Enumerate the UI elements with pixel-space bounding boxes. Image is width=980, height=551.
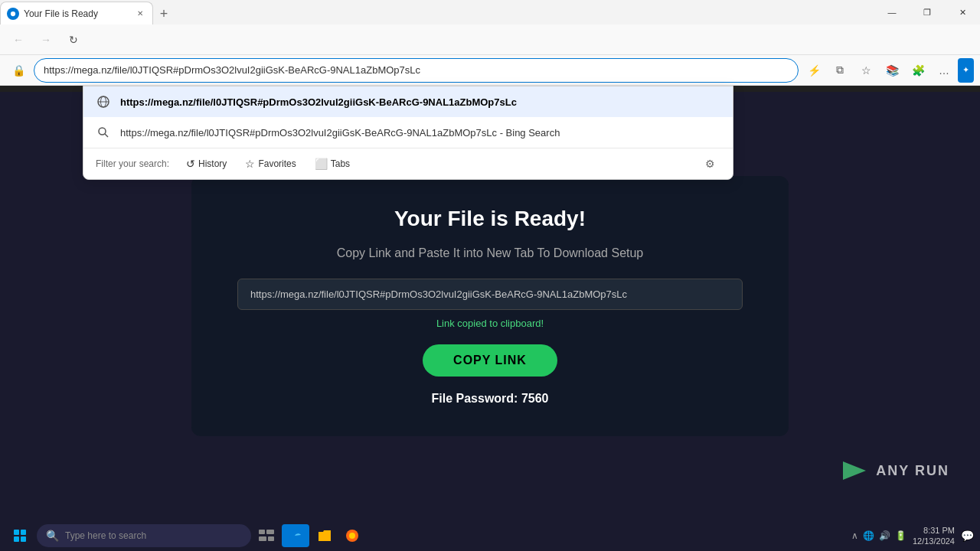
svg-rect-8 bbox=[266, 530, 274, 534]
chevron-up-icon[interactable]: ∧ bbox=[851, 530, 858, 541]
taskbar-search-text: Type here to search bbox=[65, 530, 146, 541]
search-icon bbox=[96, 125, 111, 140]
dropdown-item-search-text: https://mega.nz/file/l0JTIQSR#pDrmOs3O2l… bbox=[120, 127, 720, 139]
file-explorer-button[interactable] bbox=[312, 523, 337, 548]
network-icon: 🌐 bbox=[863, 530, 874, 541]
nav-toolbar: ← → ↻ bbox=[0, 24, 980, 55]
systray: ∧ 🌐 🔊 🔋 8:31 PM 12/13/2024 💬 bbox=[851, 525, 974, 547]
browser-essentials-button[interactable]: ⚡ bbox=[802, 58, 826, 83]
active-tab[interactable]: Your File is Ready ✕ bbox=[0, 2, 153, 24]
filter-settings-button[interactable]: ⚙ bbox=[699, 153, 720, 174]
edge-taskbar-button[interactable] bbox=[282, 524, 309, 547]
tab-close-button[interactable]: ✕ bbox=[134, 8, 146, 20]
address-bar-row: 🔒 https://mega.nz/file/l0JTIQSR#pDrmOs3O… bbox=[0, 55, 980, 86]
settings-more-button[interactable]: … bbox=[932, 58, 956, 83]
favorites-label: Favorites bbox=[258, 158, 296, 169]
refresh-icon: ↻ bbox=[69, 34, 78, 46]
svg-marker-6 bbox=[843, 461, 866, 480]
password-text: File Password: 7560 bbox=[237, 392, 743, 406]
taskbar: 🔍 Type here to search ∧ 🌐 🔊 🔋 bbox=[0, 520, 980, 551]
search-icon-taskbar: 🔍 bbox=[46, 530, 59, 542]
svg-rect-9 bbox=[259, 536, 266, 541]
new-tab-button[interactable]: + bbox=[153, 3, 175, 24]
address-dropdown: https://mega.nz/file/l0JTIQSR#pDrmOs3O2l… bbox=[83, 86, 733, 180]
systray-date-text: 12/13/2024 bbox=[913, 536, 955, 546]
start-button[interactable] bbox=[6, 522, 34, 549]
task-view-button[interactable] bbox=[254, 523, 279, 548]
address-url: https://mega.nz/file/l0JTIQSR#pDrmOs3O2l… bbox=[44, 64, 789, 76]
forward-icon: → bbox=[41, 34, 51, 46]
svg-point-4 bbox=[99, 128, 106, 135]
anyrun-logo: ANY RUN bbox=[839, 459, 949, 482]
back-button[interactable]: ← bbox=[6, 28, 31, 52]
tabs-label: Tabs bbox=[331, 158, 350, 169]
minimize-button[interactable]: — bbox=[874, 0, 910, 24]
clipboard-message: Link copied to clipboard! bbox=[237, 318, 743, 329]
systray-icons: ∧ 🌐 🔊 🔋 bbox=[851, 530, 906, 541]
firefox-button[interactable] bbox=[340, 523, 364, 548]
address-input[interactable]: https://mega.nz/file/l0JTIQSR#pDrmOs3O2l… bbox=[34, 58, 799, 83]
dropdown-item-search[interactable]: https://mega.nz/file/l0JTIQSR#pDrmOs3O2l… bbox=[83, 117, 733, 148]
content-card: Your File is Ready! Copy Link and Paste … bbox=[191, 176, 789, 436]
dropdown-item-url-text: https://mega.nz/file/l0JTIQSR#pDrmOs3O2l… bbox=[120, 96, 720, 108]
close-button[interactable]: ✕ bbox=[945, 0, 980, 24]
svg-line-5 bbox=[105, 134, 108, 137]
svg-rect-10 bbox=[268, 536, 274, 541]
svg-rect-7 bbox=[259, 530, 265, 534]
anyrun-text: ANY RUN bbox=[876, 463, 949, 479]
url-highlight: https://mega.nz/file/l0JTIQSR#pDrmOs3O2l… bbox=[120, 96, 517, 108]
copy-link-button[interactable]: COPY LINK bbox=[423, 344, 557, 377]
windows-icon bbox=[14, 530, 26, 542]
star-icon: ☆ bbox=[245, 158, 255, 170]
favorites-filter-button[interactable]: ☆ Favorites bbox=[237, 155, 303, 173]
history-label: History bbox=[198, 158, 227, 169]
split-screen-button[interactable]: ⧉ bbox=[828, 58, 852, 83]
systray-clock: 8:31 PM 12/13/2024 bbox=[913, 525, 955, 547]
tab-favicon bbox=[7, 8, 19, 20]
favorites-button[interactable]: ☆ bbox=[854, 58, 878, 83]
tab-title: Your File is Ready bbox=[24, 8, 129, 19]
dropdown-item-url[interactable]: https://mega.nz/file/l0JTIQSR#pDrmOs3O2l… bbox=[83, 86, 733, 117]
svg-point-0 bbox=[11, 11, 15, 15]
security-icon[interactable]: 🔒 bbox=[6, 58, 31, 83]
search-url: https://mega.nz/file/l0JTIQSR#pDrmOs3O2l… bbox=[120, 127, 497, 139]
speaker-icon: 🔊 bbox=[879, 530, 890, 541]
history-filter-button[interactable]: ↺ History bbox=[178, 155, 234, 173]
right-toolbar: ⚡ ⧉ ☆ 📚 🧩 … ✦ bbox=[802, 58, 974, 83]
card-title: Your File is Ready! bbox=[237, 207, 743, 231]
restore-button[interactable]: ❐ bbox=[910, 0, 945, 24]
filter-label: Filter your search: bbox=[96, 158, 169, 169]
taskbar-search[interactable]: 🔍 Type here to search bbox=[37, 524, 251, 547]
svg-point-12 bbox=[349, 533, 355, 539]
battery-icon: 🔋 bbox=[895, 530, 906, 541]
address-bar-container: 🔒 https://mega.nz/file/l0JTIQSR#pDrmOs3O… bbox=[0, 55, 980, 86]
copilot-button[interactable]: ✦ bbox=[958, 58, 974, 83]
forward-button[interactable]: → bbox=[34, 28, 58, 52]
card-subtitle: Copy Link and Paste It into New Tab To D… bbox=[237, 246, 743, 260]
refresh-button[interactable]: ↻ bbox=[61, 28, 86, 52]
systray-time-text: 8:31 PM bbox=[913, 525, 955, 536]
collections-button[interactable]: 📚 bbox=[880, 58, 904, 83]
back-icon: ← bbox=[13, 34, 24, 46]
settings-icon: ⚙ bbox=[705, 158, 715, 170]
link-box[interactable]: https://mega.nz/file/l0JTIQSR#pDrmOs3O2l… bbox=[237, 279, 743, 310]
title-bar-controls: — ❐ ✕ bbox=[874, 0, 980, 24]
notification-icon[interactable]: 💬 bbox=[961, 530, 974, 542]
search-suffix: - Bing Search bbox=[497, 127, 560, 139]
filter-row: Filter your search: ↺ History ☆ Favorite… bbox=[83, 148, 733, 179]
title-bar: Your File is Ready ✕ + — ❐ ✕ bbox=[0, 0, 980, 24]
tabs-filter-button[interactable]: ⬜ Tabs bbox=[307, 155, 358, 173]
tabs-icon: ⬜ bbox=[315, 158, 328, 170]
tab-bar: Your File is Ready ✕ + bbox=[0, 0, 874, 24]
history-icon: ↺ bbox=[186, 158, 195, 170]
globe-icon bbox=[96, 94, 111, 109]
extensions-button[interactable]: 🧩 bbox=[906, 58, 930, 83]
